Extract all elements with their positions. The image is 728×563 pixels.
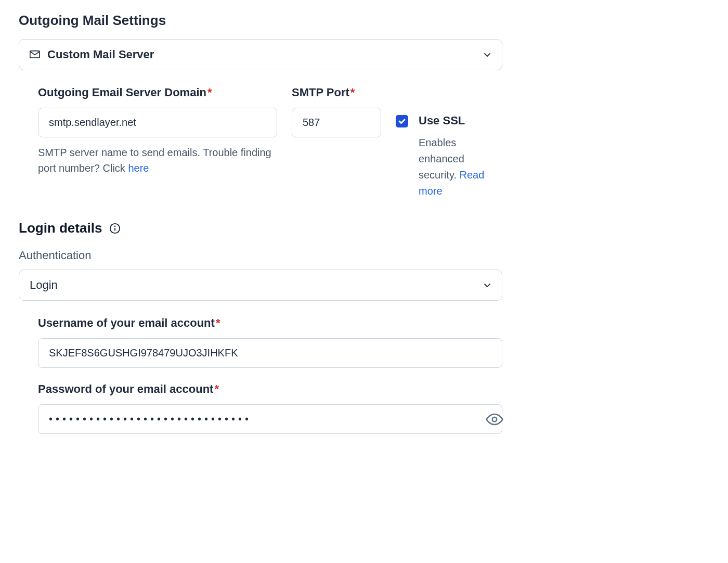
login-details-header: Login details <box>19 220 709 236</box>
required-asterisk: * <box>214 382 219 395</box>
outgoing-mail-settings-title: Outgoing Mail Settings <box>19 12 709 29</box>
eye-icon[interactable] <box>486 411 503 428</box>
mail-server-select[interactable]: Custom Mail Server <box>19 39 502 70</box>
svg-point-4 <box>492 417 497 421</box>
use-ssl-help: Enables enhanced security. Read more <box>419 135 502 199</box>
chevron-down-icon <box>483 281 491 289</box>
authentication-label: Authentication <box>19 249 709 262</box>
mail-server-select-value: Custom Mail Server <box>47 48 476 61</box>
info-icon[interactable] <box>109 223 121 234</box>
outgoing-domain-help: SMTP server name to send emails. Trouble… <box>38 145 277 176</box>
required-asterisk: * <box>350 86 355 99</box>
required-asterisk: * <box>207 86 212 99</box>
outgoing-server-fields: Outgoing Email Server Domain* SMTP serve… <box>19 86 502 199</box>
use-ssl-label: Use SSL <box>419 114 502 127</box>
required-asterisk: * <box>216 316 220 329</box>
use-ssl-help-text: Enables enhanced security. <box>419 137 464 181</box>
outgoing-domain-help-link[interactable]: here <box>128 162 149 174</box>
svg-point-2 <box>115 226 115 226</box>
password-label: Password of your email account* <box>38 382 502 396</box>
outgoing-domain-help-text: SMTP server name to send emails. Trouble… <box>38 147 271 174</box>
mail-icon <box>30 50 40 59</box>
smtp-port-label: SMTP Port* <box>292 86 381 99</box>
outgoing-domain-label: Outgoing Email Server Domain* <box>38 86 277 99</box>
password-label-text: Password of your email account <box>38 382 213 395</box>
outgoing-domain-input[interactable] <box>38 108 277 137</box>
username-label: Username of your email account* <box>38 316 502 330</box>
use-ssl-checkbox[interactable] <box>396 115 408 127</box>
outgoing-domain-label-text: Outgoing Email Server Domain <box>38 86 206 99</box>
smtp-port-input[interactable] <box>292 108 381 137</box>
authentication-select[interactable]: Login <box>19 270 502 301</box>
login-fields: Username of your email account* Password… <box>19 316 502 434</box>
username-label-text: Username of your email account <box>38 316 215 329</box>
password-input[interactable] <box>38 404 502 434</box>
authentication-select-value: Login <box>30 278 476 292</box>
chevron-down-icon <box>483 50 491 59</box>
login-details-title: Login details <box>19 220 102 236</box>
username-input[interactable] <box>38 338 502 368</box>
smtp-port-label-text: SMTP Port <box>292 86 349 99</box>
